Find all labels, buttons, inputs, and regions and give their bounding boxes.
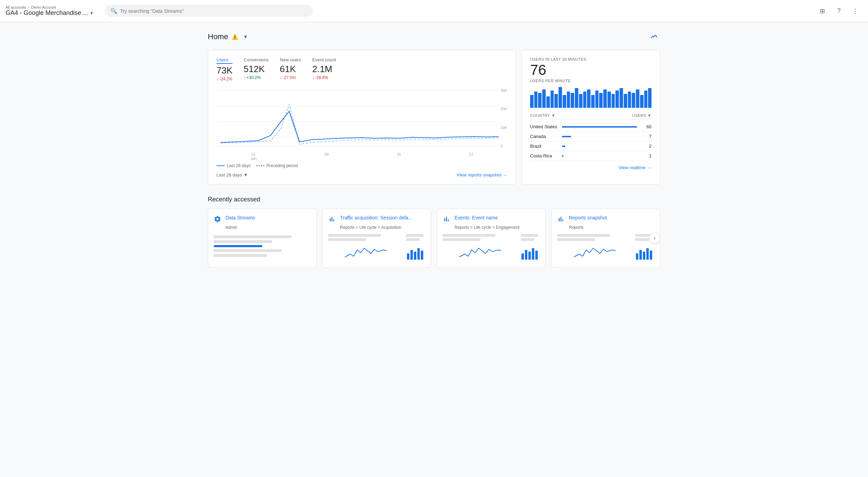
realtime-bar	[607, 92, 611, 108]
recent-item-preview	[557, 234, 654, 262]
recent-card[interactable]: Events: Event name Reports > Life cycle …	[437, 209, 546, 268]
account-title[interactable]: GA4 - Google Merchandise ... ▼	[6, 9, 94, 17]
svg-rect-19	[643, 252, 645, 260]
realtime-arrow-icon: →	[647, 165, 652, 170]
recent-card[interactable]: Reports snapshot Reports	[551, 209, 660, 268]
down-arrow-icon-3: ↓	[312, 75, 314, 80]
svg-point-0	[656, 36, 657, 37]
recent-item-preview	[443, 234, 540, 262]
country-user-count: 1	[641, 153, 652, 158]
realtime-bar	[612, 94, 615, 108]
svg-rect-15	[532, 248, 534, 260]
realtime-bar	[530, 95, 534, 108]
country-name: Brazil	[530, 144, 558, 149]
realtime-sublabel: USERS PER MINUTE	[530, 79, 652, 83]
country-name: Canada	[530, 134, 558, 139]
svg-rect-7	[407, 253, 409, 260]
search-input-wrapper: 🔍	[105, 5, 313, 17]
page-title-area: Home ⚠️ ▼	[208, 32, 250, 41]
country-column-header[interactable]: COUNTRY ▼	[530, 113, 555, 118]
chart-legend: Last 28 days Preceding period	[216, 163, 507, 168]
nav-left: All accounts > Demo Account GA4 - Google…	[6, 5, 94, 17]
realtime-bar	[628, 92, 631, 108]
dashboard-grid: Users 73K ↓ -24.2% Conversions 512K ↑ +3…	[208, 50, 660, 185]
svg-rect-14	[528, 252, 531, 260]
next-recent-button[interactable]: ›	[649, 233, 660, 244]
svg-rect-11	[421, 251, 423, 260]
main-chart-svg	[216, 87, 507, 149]
realtime-bar	[542, 89, 546, 108]
metric-users-value: 73K	[216, 65, 232, 76]
legend-solid: Last 28 days	[216, 163, 250, 168]
metric-event-count-label[interactable]: Event count	[312, 57, 336, 62]
realtime-bar	[587, 89, 590, 108]
metrics-card-footer: Last 28 days ▼ View reports snapshot →	[216, 172, 507, 177]
realtime-bar	[583, 92, 587, 108]
country-table-row: Brazil 2	[530, 141, 652, 151]
chart-y-labels: 30K 20K 10K 0	[500, 87, 507, 149]
metric-new-users-label[interactable]: New users	[280, 57, 301, 62]
warning-icon: ⚠️	[231, 33, 239, 41]
search-icon: 🔍	[110, 8, 117, 14]
realtime-bar	[636, 89, 639, 108]
realtime-bar	[575, 88, 578, 108]
more-options-button[interactable]: ⋮	[849, 4, 862, 18]
recent-card[interactable]: Traffic acquisition: Session defa... Rep…	[322, 209, 431, 268]
country-user-count: 60	[641, 124, 652, 129]
recent-item-title: Data Streams	[225, 215, 255, 221]
realtime-bar	[615, 90, 619, 108]
down-arrow-icon-2: ↓	[280, 75, 282, 80]
metric-new-users-value: 61K	[280, 64, 301, 75]
metric-users-label[interactable]: Users	[216, 57, 232, 64]
legend-dashed: Preceding period	[256, 163, 298, 168]
legend-dashed-label: Preceding period	[266, 163, 298, 168]
realtime-title: USERS IN LAST 30 MINUTES	[530, 57, 652, 61]
svg-rect-17	[636, 253, 638, 260]
svg-rect-9	[414, 252, 416, 260]
arrow-right-icon: →	[503, 172, 507, 177]
realtime-bar-chart	[530, 87, 652, 108]
realtime-bar	[554, 94, 558, 108]
country-table-header: COUNTRY ▼ USERS ▼	[530, 113, 652, 119]
x-label-15: 15	[397, 152, 401, 161]
realtime-bar	[620, 88, 623, 108]
country-table: United States 60 Canada 7 Brazil 2 Costa…	[530, 122, 652, 161]
sparkline-button[interactable]	[648, 31, 660, 43]
view-realtime-button[interactable]: View realtime →	[619, 165, 652, 170]
title-dropdown-button[interactable]: ▼	[241, 33, 250, 41]
realtime-card-footer: View realtime →	[530, 165, 652, 170]
search-bar: 🔍	[105, 5, 313, 17]
country-user-count: 7	[641, 134, 652, 139]
svg-rect-21	[650, 251, 652, 260]
recent-item-title: Reports snapshot	[569, 215, 607, 221]
recently-accessed-grid: Data Streams Admin Traffic acquisition: …	[208, 209, 660, 268]
country-bar-wrapper	[562, 146, 637, 147]
metrics-card: Users 73K ↓ -24.2% Conversions 512K ↑ +3…	[208, 50, 516, 185]
recent-card[interactable]: Data Streams Admin	[208, 209, 317, 268]
recent-item-subtitle: Reports	[569, 225, 654, 230]
realtime-bar	[599, 93, 603, 108]
recently-accessed-title: Recently accessed	[208, 196, 660, 203]
date-range-button[interactable]: Last 28 days ▼	[216, 172, 248, 177]
legend-dashed-line	[256, 164, 264, 167]
realtime-card: USERS IN LAST 30 MINUTES 76 USERS PER MI…	[521, 50, 660, 185]
help-button[interactable]: ?	[832, 4, 846, 18]
recent-item-subtitle: Reports > Life cycle > Acquisition	[340, 225, 425, 230]
country-bar-wrapper	[562, 136, 637, 137]
metric-conversions-label[interactable]: Conversions	[244, 57, 269, 62]
recent-card-header: Reports snapshot	[557, 215, 654, 224]
users-column-header[interactable]: USERS ▼	[632, 113, 652, 118]
breadcrumb-all-accounts[interactable]: All accounts	[6, 5, 26, 9]
recent-item-title: Events: Event name	[454, 215, 498, 221]
search-input[interactable]	[120, 8, 307, 14]
x-label-08: 08	[325, 152, 329, 161]
users-sort-icon: ▼	[648, 113, 652, 118]
apps-button[interactable]: ⊞	[815, 4, 829, 18]
breadcrumb-demo-account[interactable]: Demo Account	[31, 5, 56, 9]
svg-rect-13	[525, 250, 527, 260]
metric-users: Users 73K ↓ -24.2%	[216, 57, 232, 81]
view-reports-snapshot-button[interactable]: View reports snapshot →	[457, 172, 507, 177]
legend-solid-line	[216, 165, 225, 166]
realtime-bar	[559, 87, 562, 108]
svg-rect-8	[410, 250, 413, 260]
